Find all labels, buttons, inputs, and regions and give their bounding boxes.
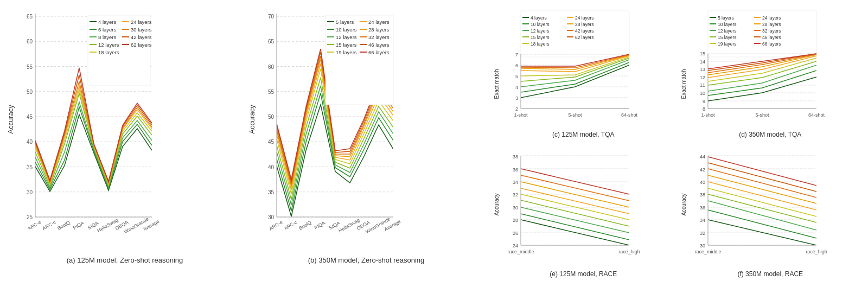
svg-text:5 layers: 5 layers: [718, 15, 734, 21]
svg-text:28 layers: 28 layers: [762, 22, 781, 27]
svg-text:Exact match: Exact match: [494, 69, 500, 99]
chart-d-panel: 5 layers 10 layers 12 layers 15 layers 1…: [678, 5, 863, 143]
svg-text:2: 2: [515, 106, 518, 112]
svg-text:55: 55: [27, 64, 33, 70]
svg-text:46 layers: 46 layers: [762, 35, 781, 40]
svg-text:24 layers: 24 layers: [368, 19, 390, 25]
svg-text:7: 7: [515, 52, 518, 58]
svg-text:32 layers: 32 layers: [368, 34, 390, 40]
svg-text:35: 35: [27, 164, 33, 170]
svg-text:ARC-c: ARC-c: [283, 219, 298, 231]
svg-text:15 layers: 15 layers: [718, 35, 737, 40]
svg-text:8 layers: 8 layers: [98, 34, 117, 40]
main-container: Accuracy 25 30 35 40 45 50 55 60 65: [0, 0, 868, 287]
svg-text:12 layers: 12 layers: [336, 34, 357, 40]
svg-text:30: 30: [513, 205, 518, 211]
chart-c-panel: 4 layers 10 layers 12 layers 15 layers 1…: [491, 5, 676, 143]
svg-text:1-shot: 1-shot: [514, 112, 528, 118]
chart-d-caption: (d) 350M model, TQA: [739, 131, 801, 138]
svg-text:PIQA: PIQA: [72, 220, 85, 231]
svg-text:42: 42: [700, 167, 705, 173]
svg-text:11: 11: [700, 82, 705, 88]
svg-text:race_middle: race_middle: [508, 249, 534, 254]
svg-text:9: 9: [703, 99, 705, 104]
chart-b-panel: Accuracy 30 35 40 45 50 55 60 65 70 ARC-…: [247, 5, 486, 282]
svg-text:19 layers: 19 layers: [336, 49, 357, 55]
svg-text:30 layers: 30 layers: [131, 27, 152, 33]
svg-text:64-shot: 64-shot: [621, 112, 638, 118]
svg-text:62 layers: 62 layers: [575, 35, 594, 40]
chart-d-svg: 5 layers 10 layers 12 layers 15 layers 1…: [678, 5, 863, 130]
svg-text:36: 36: [700, 205, 705, 211]
svg-text:34: 34: [700, 218, 705, 223]
svg-text:42 layers: 42 layers: [131, 34, 152, 40]
svg-text:50: 50: [27, 89, 33, 95]
svg-text:55: 55: [268, 89, 275, 95]
svg-text:12 layers: 12 layers: [718, 28, 737, 34]
svg-text:PIQA: PIQA: [314, 220, 327, 231]
svg-text:15 layers: 15 layers: [531, 35, 550, 40]
chart-b-ylabel: Accuracy: [248, 105, 256, 134]
svg-text:28: 28: [513, 218, 518, 223]
svg-text:4: 4: [515, 85, 518, 90]
svg-text:Exact match: Exact match: [681, 69, 687, 99]
svg-text:25: 25: [27, 214, 33, 220]
svg-text:10 layers: 10 layers: [718, 22, 737, 27]
chart-f-caption: (f) 350M model, RACE: [737, 270, 803, 278]
svg-text:5-shot: 5-shot: [569, 112, 583, 118]
chart-c-caption: (c) 125M model, TQA: [552, 131, 614, 138]
svg-text:10 layers: 10 layers: [531, 22, 550, 27]
svg-text:32: 32: [700, 231, 705, 236]
svg-text:8: 8: [703, 106, 705, 112]
svg-text:4 layers: 4 layers: [531, 15, 547, 21]
chart-c-svg: 4 layers 10 layers 12 layers 15 layers 1…: [491, 5, 675, 130]
svg-text:24: 24: [513, 243, 518, 248]
svg-text:19 layers: 19 layers: [718, 41, 737, 47]
svg-text:race_high: race_high: [806, 249, 827, 254]
svg-text:15: 15: [700, 51, 705, 56]
svg-text:12: 12: [700, 75, 705, 80]
chart-f-panel: Accuracy 30 32 34 36 38 40 42 44 race_: [678, 145, 863, 282]
chart-a-panel: Accuracy 25 30 35 40 45 50 55 60 65: [5, 5, 244, 282]
svg-text:15 layers: 15 layers: [336, 42, 357, 48]
svg-text:5-shot: 5-shot: [755, 112, 769, 118]
chart-e-caption: (e) 125M model, RACE: [550, 270, 617, 278]
svg-text:65: 65: [27, 14, 33, 20]
svg-text:4 layers: 4 layers: [98, 19, 117, 25]
svg-text:28 layers: 28 layers: [368, 27, 390, 33]
chart-a-svg: Accuracy 25 30 35 40 45 50 55 60 65: [5, 5, 244, 255]
svg-text:36: 36: [513, 167, 518, 173]
svg-text:45: 45: [27, 114, 33, 120]
chart-a-caption: (a) 125M model, Zero-shot reasoning: [5, 256, 244, 264]
svg-text:24 layers: 24 layers: [131, 19, 152, 25]
svg-text:10: 10: [700, 91, 705, 96]
svg-text:32 layers: 32 layers: [762, 28, 781, 34]
svg-rect-204: [708, 150, 816, 245]
svg-text:1-shot: 1-shot: [701, 112, 715, 118]
svg-text:ARC-e: ARC-e: [268, 219, 283, 231]
svg-text:46 layers: 46 layers: [368, 42, 390, 48]
svg-text:40: 40: [268, 164, 275, 170]
svg-text:40: 40: [27, 139, 33, 145]
svg-text:Accuracy: Accuracy: [494, 193, 500, 215]
svg-text:66 layers: 66 layers: [762, 41, 781, 47]
svg-text:24 layers: 24 layers: [762, 15, 781, 21]
svg-text:35: 35: [268, 189, 275, 195]
svg-text:18 layers: 18 layers: [98, 49, 119, 55]
svg-text:44: 44: [700, 154, 705, 160]
svg-text:ARC-e: ARC-e: [27, 219, 42, 231]
svg-text:62 layers: 62 layers: [131, 42, 152, 48]
svg-text:50: 50: [268, 114, 275, 120]
svg-text:42 layers: 42 layers: [575, 28, 594, 34]
svg-text:13: 13: [700, 67, 705, 72]
svg-text:18 layers: 18 layers: [531, 41, 550, 47]
svg-text:12 layers: 12 layers: [531, 28, 550, 34]
chart-a-ylabel: Accuracy: [7, 105, 15, 134]
svg-text:24 layers: 24 layers: [575, 15, 594, 21]
svg-text:60: 60: [27, 39, 33, 44]
svg-text:BoolQ: BoolQ: [56, 220, 71, 231]
svg-text:38: 38: [513, 154, 518, 160]
chart-b-caption: (b) 350M model, Zero-shot reasoning: [247, 256, 486, 264]
svg-text:32: 32: [513, 192, 518, 197]
svg-text:10 layers: 10 layers: [336, 27, 357, 33]
